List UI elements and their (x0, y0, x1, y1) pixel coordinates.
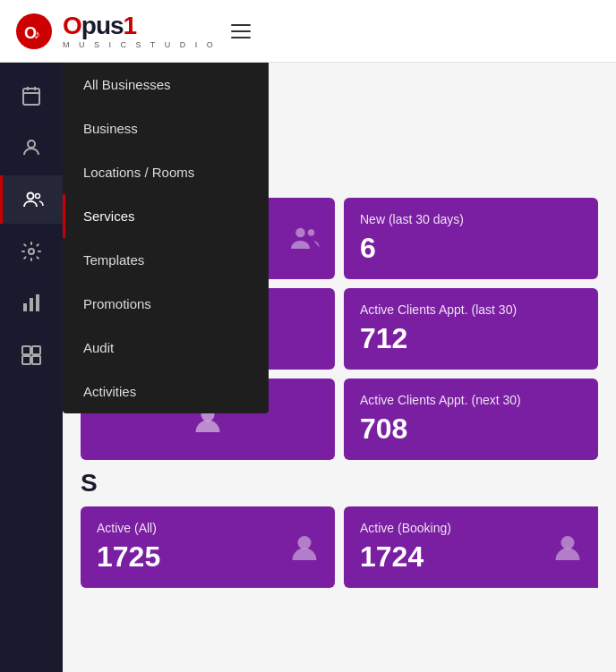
card-active-last30-label: Active Clients Appt. (last 30) (360, 302, 582, 317)
sidebar-item-people[interactable] (0, 175, 63, 224)
logo-one: 1 (124, 12, 137, 39)
logo-icon: O ♪ (14, 12, 54, 51)
svg-rect-12 (30, 298, 33, 311)
logo-text: Opus1 M U S I C S T U D I O (63, 13, 217, 49)
calendar-icon (21, 85, 42, 106)
sidebar-item-person[interactable] (0, 123, 63, 172)
svg-rect-11 (23, 303, 27, 311)
dropdown-item-locations-rooms[interactable]: Locations / Rooms (63, 150, 269, 194)
svg-point-9 (35, 194, 39, 199)
person-icon (21, 137, 42, 158)
dropdown-item-all-businesses[interactable]: All Businesses (63, 63, 269, 106)
dropdown-item-services[interactable]: Services (63, 194, 269, 238)
svg-point-7 (28, 140, 35, 148)
card-active-all-label: Active (All) (97, 521, 319, 535)
dropdown-item-templates[interactable]: Templates (63, 238, 269, 282)
logo-rest: pus (81, 12, 124, 39)
dropdown-item-business[interactable]: Business (63, 106, 269, 150)
svg-point-19 (308, 229, 315, 236)
svg-rect-15 (32, 346, 40, 354)
grid-icon (21, 345, 42, 366)
card-active-next30-label: Active Clients Appt. (next 30) (360, 393, 582, 407)
card-new-clients: New (last 30 days) 6 (344, 198, 598, 279)
dropdown-item-audit[interactable]: Audit (63, 326, 269, 370)
bottom-section-letter: S (81, 469, 598, 498)
sidebar-item-chart[interactable] (0, 279, 63, 327)
sidebar (0, 63, 63, 672)
svg-rect-14 (22, 346, 30, 354)
svg-rect-17 (32, 356, 40, 364)
person-card-icon-4 (552, 531, 584, 563)
svg-point-23 (561, 536, 575, 549)
sidebar-item-settings[interactable] (0, 227, 63, 276)
card-active-all: Active (All) 1725 (81, 506, 335, 588)
card-active-next30-value: 708 (360, 413, 582, 446)
card-active-all-value: 1725 (97, 540, 319, 574)
svg-point-8 (27, 193, 33, 200)
logo-subtitle: M U S I C S T U D I O (63, 40, 217, 49)
logo-area: O ♪ Opus1 M U S I C S T U D I O (14, 12, 217, 51)
card-active-booking-label: Active (Booking) (360, 521, 582, 535)
main-layout: All Businesses Business Locations / Room… (0, 63, 616, 672)
svg-rect-3 (23, 89, 39, 105)
dropdown-item-activities[interactable]: Activities (63, 370, 269, 413)
logo-o: O (63, 12, 81, 39)
settings-icon (21, 241, 42, 262)
svg-point-18 (295, 228, 305, 238)
sidebar-item-calendar[interactable] (0, 72, 63, 120)
svg-rect-16 (22, 356, 30, 364)
svg-point-10 (29, 249, 34, 254)
card-active-last30: Active Clients Appt. (last 30) 712 (344, 288, 598, 370)
people-card-icon (288, 222, 321, 254)
svg-text:♪: ♪ (34, 27, 40, 41)
dropdown-menu: All Businesses Business Locations / Room… (63, 63, 269, 413)
svg-point-22 (298, 536, 312, 549)
person-card-icon-3 (288, 531, 321, 563)
card-active-last30-value: 712 (360, 322, 582, 355)
card-active-next30: Active Clients Appt. (next 30) 708 (344, 379, 598, 460)
card-active-booking-value: 1724 (360, 540, 582, 574)
people-icon (22, 189, 44, 210)
chart-icon (21, 293, 42, 314)
card-new-clients-label: New (last 30 days) (360, 212, 582, 226)
sidebar-item-grid[interactable] (0, 331, 63, 379)
svg-rect-13 (36, 294, 39, 311)
card-new-clients-value: 6 (360, 232, 582, 265)
card-active-booking: Active (Booking) 1724 (344, 506, 598, 588)
dropdown-item-promotions[interactable]: Promotions (63, 282, 269, 326)
hamburger-button[interactable] (231, 24, 251, 38)
top-bar: O ♪ Opus1 M U S I C S T U D I O (0, 0, 616, 63)
